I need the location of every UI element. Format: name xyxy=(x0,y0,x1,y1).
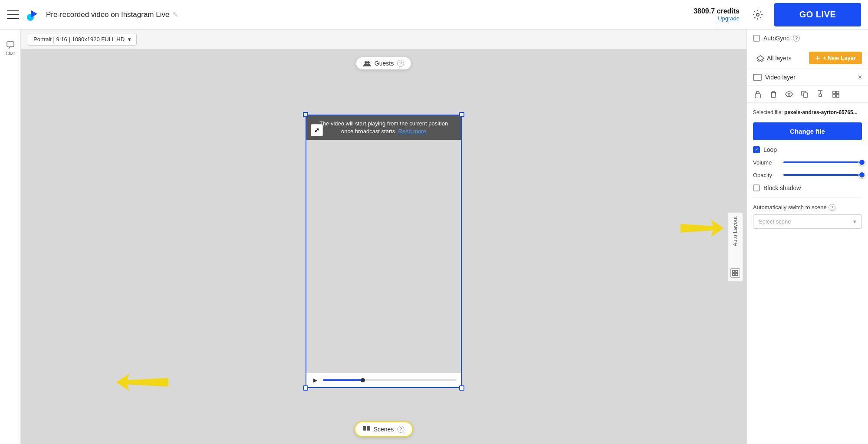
autosync-help-icon[interactable]: ? xyxy=(793,35,800,42)
right-panel: AutoSync ? All layers + New Layer Vi xyxy=(746,30,868,444)
pin-icon[interactable] xyxy=(815,89,825,99)
eye-icon[interactable] xyxy=(784,89,794,99)
layer-actions xyxy=(747,86,868,103)
handle-top-right[interactable] xyxy=(459,112,464,117)
volume-slider-row: Volume xyxy=(753,159,862,166)
auto-switch-label: Automatically switch to scene ? xyxy=(753,204,862,211)
divider xyxy=(753,197,862,198)
loop-checkbox[interactable] xyxy=(753,146,760,153)
select-scene-placeholder: Select scene xyxy=(759,218,791,225)
panel-content: Selected file: pexels-andres-ayrton-6576… xyxy=(747,103,868,235)
svg-rect-9 xyxy=(733,273,735,276)
svg-rect-18 xyxy=(836,91,839,94)
chat-label: Chat xyxy=(6,51,15,56)
selected-file-name: pexels-andres-ayrton-65765... xyxy=(784,109,858,115)
auto-layout-panel: Auto Layout xyxy=(727,212,743,282)
page-title: Pre-recorded video on Instagram Live xyxy=(46,10,169,19)
copy-icon[interactable] xyxy=(800,89,809,99)
credits-section: 3809.7 credits Upgrade xyxy=(694,7,740,22)
autosync-label: AutoSync xyxy=(763,35,789,42)
scenes-label: Scenes xyxy=(374,426,394,433)
loop-row: Loop xyxy=(753,146,862,153)
volume-thumb xyxy=(858,159,865,166)
select-scene-dropdown[interactable]: Select scene ▾ xyxy=(753,214,862,229)
auto-switch-help-icon[interactable]: ? xyxy=(829,204,835,211)
guests-bar: Guests ? xyxy=(356,57,411,69)
video-frame: The video will start playing from the cu… xyxy=(306,115,462,388)
delete-icon[interactable] xyxy=(769,89,778,99)
svg-rect-19 xyxy=(833,95,835,97)
left-sidebar: Chat xyxy=(0,30,21,444)
svg-point-15 xyxy=(788,93,790,95)
resolution-label: Portrait | 9:16 | 1080x1920 FULL HD xyxy=(33,36,125,43)
scenes-bar: Scenes ? xyxy=(355,421,413,437)
sidebar-item-chat[interactable]: Chat xyxy=(4,36,16,60)
logo-svg xyxy=(25,7,41,23)
go-live-button[interactable]: GO LIVE xyxy=(774,3,861,26)
credits-amount: 3809.7 credits xyxy=(694,7,740,15)
autosync-checkbox[interactable] xyxy=(753,35,760,42)
lock-icon[interactable] xyxy=(753,89,763,99)
svg-marker-11 xyxy=(681,220,724,237)
main-area: Chat Portrait | 9:16 | 1080x1920 FULL HD… xyxy=(0,30,868,444)
guests-help-icon[interactable]: ? xyxy=(397,60,404,67)
volume-slider[interactable] xyxy=(783,161,862,163)
svg-rect-20 xyxy=(836,95,839,97)
menu-icon[interactable] xyxy=(7,10,19,19)
auto-layout-label: Auto Layout xyxy=(732,216,738,247)
resolution-select[interactable]: Portrait | 9:16 | 1080x1920 FULL HD ▾ xyxy=(28,33,137,46)
video-progress-bar: ▶ xyxy=(306,373,461,387)
handle-bottom-left[interactable] xyxy=(303,385,308,391)
change-file-button[interactable]: Change file xyxy=(753,122,862,140)
svg-rect-12 xyxy=(363,426,366,431)
opacity-slider-row: Opacity xyxy=(753,172,862,178)
svg-marker-1 xyxy=(31,10,37,17)
read-more-link[interactable]: Read more xyxy=(398,128,426,135)
handle-bottom-right[interactable] xyxy=(459,385,464,391)
opacity-slider[interactable] xyxy=(783,174,862,176)
svg-rect-14 xyxy=(755,94,760,98)
svg-marker-6 xyxy=(116,374,168,391)
settings-button[interactable] xyxy=(748,5,767,24)
autosync-row: AutoSync ? xyxy=(747,30,868,47)
loop-label: Loop xyxy=(763,146,777,153)
play-button[interactable]: ▶ xyxy=(311,376,319,385)
svg-rect-13 xyxy=(367,426,370,431)
new-layer-button[interactable]: + New Layer xyxy=(809,52,862,64)
svg-point-4 xyxy=(365,61,367,64)
block-shadow-checkbox[interactable] xyxy=(753,184,760,191)
layers-bar: All layers + New Layer xyxy=(747,47,868,69)
video-frame-wrapper: The video will start playing from the cu… xyxy=(306,115,462,388)
handle-top-left[interactable] xyxy=(303,112,308,117)
all-layers-button[interactable]: All layers xyxy=(753,53,806,63)
arrow-annotation-1 xyxy=(116,369,168,397)
svg-rect-7 xyxy=(733,270,735,273)
plus-icon xyxy=(815,56,820,61)
svg-point-5 xyxy=(367,61,370,64)
top-toolbar: Portrait | 9:16 | 1080x1920 FULL HD ▾ xyxy=(21,30,746,49)
svg-rect-16 xyxy=(803,93,808,97)
scenes-icon xyxy=(363,426,370,432)
grid-icon[interactable] xyxy=(831,89,841,99)
auto-layout-icon[interactable] xyxy=(730,268,740,278)
guests-icon xyxy=(363,60,371,66)
header: Pre-recorded video on Instagram Live ✎ 3… xyxy=(0,0,868,30)
expand-icon[interactable]: ⤢ xyxy=(311,124,323,136)
svg-point-2 xyxy=(756,13,759,16)
opacity-label: Opacity xyxy=(753,172,779,178)
guests-label: Guests xyxy=(375,60,394,67)
all-layers-label: All layers xyxy=(767,55,792,62)
upgrade-link[interactable]: Upgrade xyxy=(694,15,740,22)
progress-fill xyxy=(323,379,363,381)
svg-rect-17 xyxy=(833,91,835,94)
video-layer-header: Video layer × xyxy=(747,69,868,86)
arrow-annotation-2 xyxy=(681,215,724,243)
volume-label: Volume xyxy=(753,159,779,166)
select-chevron-icon: ▾ xyxy=(853,218,856,225)
edit-icon[interactable]: ✎ xyxy=(173,11,178,19)
video-layer-title: Video layer xyxy=(765,74,855,81)
opacity-thumb xyxy=(858,171,865,178)
close-button[interactable]: × xyxy=(858,73,862,81)
scenes-help-icon[interactable]: ? xyxy=(397,426,404,433)
progress-track[interactable] xyxy=(323,379,457,381)
